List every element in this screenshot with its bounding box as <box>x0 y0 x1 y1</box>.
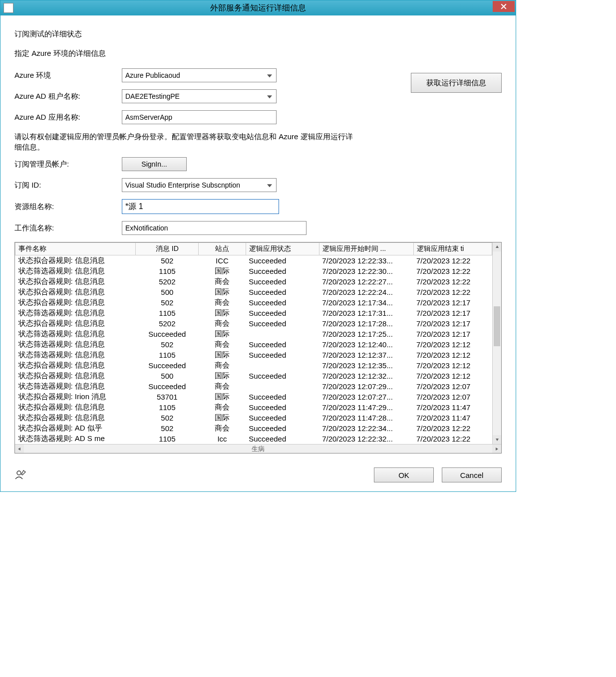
vscroll-thumb[interactable] <box>494 306 500 346</box>
signin-button[interactable]: SignIn... <box>122 157 187 171</box>
table-cell: 502 <box>136 255 199 266</box>
vscroll-track[interactable] <box>493 251 501 435</box>
svg-marker-3 <box>496 439 499 441</box>
table-cell: Succeeded <box>246 423 319 434</box>
table-cell: Succeeded <box>246 287 319 297</box>
table-row[interactable]: 状态筛选器规则: 信息消息1105国际Succeeded7/20/2023 12… <box>15 308 492 318</box>
table-cell: 7/20/2023 12:22:27... <box>319 276 413 287</box>
env-select[interactable]: Azure Publicaoud <box>122 68 277 82</box>
scroll-down-arrow-icon[interactable] <box>493 435 501 444</box>
table-row[interactable]: 状态拟合器规则: AD 似乎502商会Succeeded7/20/2023 12… <box>15 423 492 434</box>
table-cell: Succeeded <box>136 381 199 392</box>
table-cell: 1105 <box>136 434 199 444</box>
table-cell: 商会 <box>199 381 246 392</box>
tenant-select[interactable]: DAE2ETestingPE <box>122 89 277 103</box>
col-site[interactable]: 站点 <box>199 243 246 255</box>
table-cell: 商会 <box>199 360 246 371</box>
table-cell: 7/20/2023 11:47:29... <box>319 402 413 413</box>
table-cell: 502 <box>136 339 199 350</box>
table-cell: 状态拟合器规则: 信息消息 <box>15 255 136 266</box>
table-row[interactable]: 状态筛选器规则: AD S me1105IccSucceeded7/20/202… <box>15 434 492 444</box>
footer: OK Cancel <box>0 458 516 491</box>
table-row[interactable]: 状态筛选器规则: 信息消息Succeeded国际7/20/2023 12:17:… <box>15 329 492 339</box>
scroll-up-arrow-icon[interactable] <box>493 242 501 251</box>
table-row[interactable]: 状态筛选器规则: 信息消息Succeeded商会7/20/2023 12:07:… <box>15 381 492 392</box>
horizontal-scrollbar[interactable]: 生病 <box>15 444 501 453</box>
table-cell: 7/20/2023 11:47 <box>413 413 492 423</box>
table-cell: 500 <box>136 287 199 297</box>
col-message-id[interactable]: 消息 ID <box>136 243 199 255</box>
scroll-left-arrow-icon[interactable] <box>15 445 24 453</box>
hscroll-track[interactable]: 生病 <box>24 445 492 453</box>
table-cell: 国际 <box>199 287 246 297</box>
table-cell: 7/20/2023 12:12:32... <box>319 371 413 381</box>
table-cell: 商会 <box>199 423 246 434</box>
table-cell: 状态拟合器规则: 信息消息 <box>15 360 136 371</box>
resource-group-input[interactable] <box>122 199 279 214</box>
cancel-button[interactable]: Cancel <box>442 467 502 482</box>
table-cell: Succeeded <box>246 371 319 381</box>
table-row[interactable]: 状态拟合器规则: 信息消息502ICCSucceeded7/20/2023 12… <box>15 255 492 266</box>
table-cell: 状态筛选器规则: 信息消息 <box>15 350 136 360</box>
workflow-label: 工作流名称: <box>14 224 122 233</box>
table-cell: 502 <box>136 413 199 423</box>
table-cell: 商会 <box>199 318 246 329</box>
subscription-value: Visual Studio Enterprise Subscnption <box>125 181 240 189</box>
table-cell: 7/20/2023 12:17:34... <box>319 297 413 308</box>
table-cell: 53701 <box>136 392 199 402</box>
col-logic-app-status[interactable]: 逻辑应用状态 <box>246 243 319 255</box>
table-row[interactable]: 状态拟合器规则: 信息消息Succeeded商会7/20/2023 12:12:… <box>15 360 492 371</box>
table-cell: 状态拟合器规则: 信息消息 <box>15 371 136 381</box>
svg-point-6 <box>17 471 21 475</box>
table-cell: 7/20/2023 12:12:40... <box>319 339 413 350</box>
close-button[interactable] <box>493 1 515 12</box>
table-cell: 7/20/2023 12:22 <box>413 287 492 297</box>
table-cell: Succeeded <box>136 360 199 371</box>
table-cell: 7/20/2023 12:17:25... <box>319 329 413 339</box>
table-cell: 7/20/2023 11:47:28... <box>319 413 413 423</box>
ok-button[interactable]: OK <box>374 467 434 482</box>
table-cell: 7/20/2023 12:07 <box>413 392 492 402</box>
vertical-scrollbar[interactable] <box>492 242 501 444</box>
env-value: Azure Publicaoud <box>125 71 180 79</box>
col-event-name[interactable]: 事件名称 <box>15 243 136 255</box>
table-cell: 502 <box>136 423 199 434</box>
col-logic-app-start[interactable]: 逻辑应用开始时间 ... <box>319 243 413 255</box>
table-cell: 状态拟合器规则: 信息消息 <box>15 402 136 413</box>
get-run-details-button[interactable]: 获取运行详细信息 <box>411 73 502 93</box>
table-cell: 7/20/2023 12:17:28... <box>319 318 413 329</box>
svg-marker-2 <box>496 245 499 248</box>
table-row[interactable]: 状态拟合器规则: Irion 消息53701国际Succeeded7/20/20… <box>15 392 492 402</box>
table-cell: 商会 <box>199 276 246 287</box>
table-row[interactable]: 状态拟合器规则: 信息消息502商会Succeeded7/20/2023 12:… <box>15 297 492 308</box>
table-row[interactable]: 状态拟合器规则: 信息消息500国际Succeeded7/20/2023 12:… <box>15 287 492 297</box>
table-cell: Succeeded <box>246 402 319 413</box>
table-cell: Succeeded <box>246 413 319 423</box>
table-cell: 7/20/2023 12:22:33... <box>319 255 413 266</box>
subscription-select[interactable]: Visual Studio Enterprise Subscnption <box>122 178 277 192</box>
table-row[interactable]: 状态拟合器规则: 信息消息500国际Succeeded7/20/2023 12:… <box>15 371 492 381</box>
table-cell <box>246 329 319 339</box>
table-row[interactable]: 状态拟合器规则: 信息消息502国际Succeeded7/20/2023 11:… <box>15 413 492 423</box>
table-cell: Succeeded <box>246 434 319 444</box>
workflow-field: ExNotification <box>122 221 307 235</box>
table-cell: 状态筛选器规则: 信息消息 <box>15 308 136 318</box>
signin-instruction: 请以有权创建逻辑应用的管理员帐户身份登录。配置管理器将获取变电站信息和 Azur… <box>14 131 354 152</box>
table-cell: 7/20/2023 12:22 <box>413 423 492 434</box>
table-row[interactable]: 状态筛选器规则: 信息消息502商会Succeeded7/20/2023 12:… <box>15 339 492 350</box>
table-cell: 5202 <box>136 318 199 329</box>
table-row[interactable]: 状态拟合器规则: 信息消息5202商会Succeeded7/20/2023 12… <box>15 276 492 287</box>
table-row[interactable]: 状态拟合器规则: 信息消息5202商会Succeeded7/20/2023 12… <box>15 318 492 329</box>
table-row[interactable]: 状态拟合器规则: 信息消息1105商会Succeeded7/20/2023 11… <box>15 402 492 413</box>
table-row[interactable]: 状态筛选器规则: 信息消息1105国际Succeeded7/20/2023 12… <box>15 350 492 360</box>
table-cell: Succeeded <box>246 297 319 308</box>
table-cell: 国际 <box>199 266 246 276</box>
table-cell: Succeeded <box>246 276 319 287</box>
scroll-right-arrow-icon[interactable] <box>492 445 501 453</box>
table-cell: 500 <box>136 371 199 381</box>
table-cell: 1105 <box>136 350 199 360</box>
table-cell: 7/20/2023 12:17:31... <box>319 308 413 318</box>
table-row[interactable]: 状态筛选器规则: 信息消息1105国际Succeeded7/20/2023 12… <box>15 266 492 276</box>
col-logic-app-end[interactable]: 逻辑应用结束 ti <box>413 243 492 255</box>
table-cell: 7/20/2023 12:17 <box>413 329 492 339</box>
